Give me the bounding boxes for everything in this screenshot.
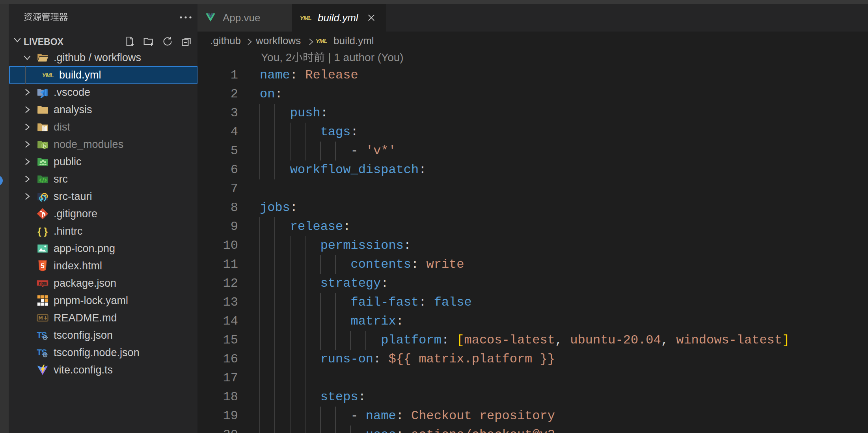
svg-text:YML: YML (42, 72, 54, 78)
svg-text:5: 5 (41, 262, 44, 270)
svg-text:{ }: { } (37, 226, 48, 237)
svg-text:YML: YML (300, 15, 311, 21)
svg-text:js: js (43, 144, 46, 148)
svg-text:npm: npm (39, 281, 47, 286)
svg-text:YML: YML (315, 37, 327, 44)
